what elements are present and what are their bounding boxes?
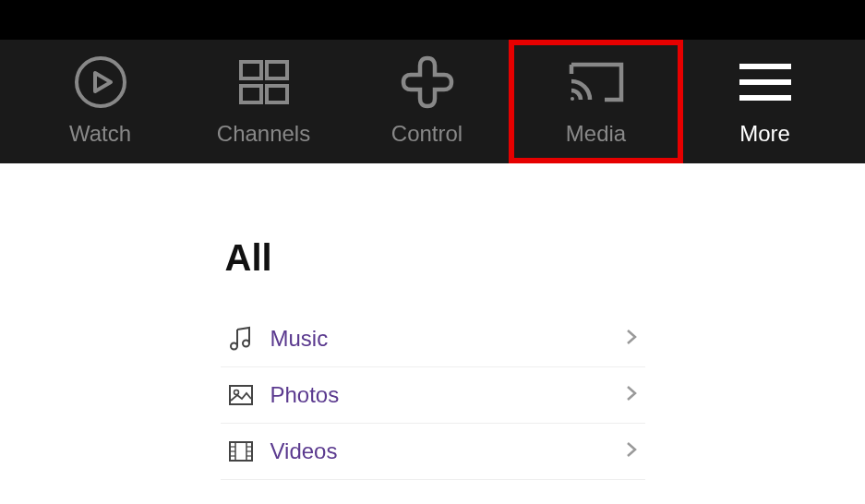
svg-rect-4	[267, 86, 287, 102]
list-item-videos[interactable]: Videos	[221, 424, 645, 480]
nav-bar: Watch Channels Control	[0, 40, 865, 163]
film-icon	[228, 438, 254, 464]
nav-label-channels: Channels	[217, 121, 310, 147]
play-circle-icon	[74, 56, 127, 108]
hamburger-icon	[738, 56, 793, 108]
dpad-icon	[400, 56, 455, 108]
nav-label-control: Control	[391, 121, 463, 147]
nav-label-watch: Watch	[69, 121, 131, 147]
svg-rect-3	[241, 86, 261, 102]
music-icon	[228, 326, 254, 352]
section-title: All	[221, 237, 645, 279]
nav-item-watch[interactable]: Watch	[18, 40, 182, 163]
list-item-photos[interactable]: Photos	[221, 367, 645, 424]
cast-icon	[568, 56, 625, 108]
svg-point-10	[243, 341, 249, 347]
svg-rect-2	[267, 62, 287, 78]
list-label-photos: Photos	[270, 382, 625, 408]
main-content: All Music	[0, 163, 865, 498]
nav-label-media: Media	[566, 121, 626, 147]
chevron-right-icon	[625, 328, 638, 350]
grid-icon	[237, 56, 291, 108]
nav-item-control[interactable]: Control	[345, 40, 509, 163]
nav-item-media[interactable]: Media	[509, 40, 683, 163]
nav-item-channels[interactable]: Channels	[182, 40, 345, 163]
chevron-right-icon	[625, 384, 638, 406]
list-label-videos: Videos	[270, 438, 625, 464]
svg-rect-1	[241, 62, 261, 78]
nav-label-more: More	[739, 121, 790, 147]
nav-item-more[interactable]: More	[683, 40, 847, 163]
list-label-music: Music	[270, 326, 625, 352]
svg-point-5	[571, 97, 574, 101]
svg-point-0	[77, 58, 125, 106]
chevron-right-icon	[625, 440, 638, 462]
status-bar	[0, 0, 865, 40]
photo-icon	[228, 382, 254, 408]
svg-point-9	[231, 343, 237, 350]
svg-point-12	[234, 390, 238, 395]
list-item-music[interactable]: Music	[221, 311, 645, 367]
